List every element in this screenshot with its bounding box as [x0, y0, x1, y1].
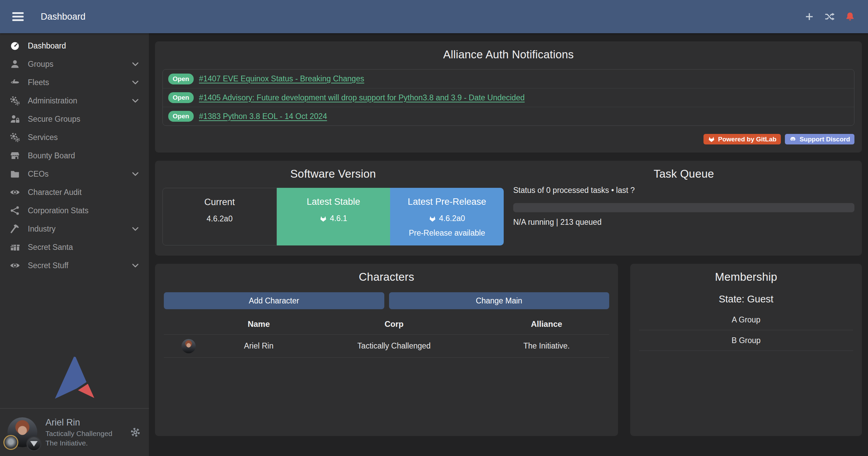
task-queue-title: Task Queue [513, 167, 854, 180]
sidebar-item-label: Character Audit [28, 188, 82, 197]
list-item: Open #1383 Python 3.8 EOL - 14 Oct 2024 [163, 107, 854, 125]
sidebar-item-secret-santa[interactable]: Secret Santa [0, 238, 149, 256]
version-value: 4.6.2a0 [207, 214, 233, 223]
list-item: A Group [639, 310, 853, 330]
sidebar-item-label: Bounty Board [28, 151, 75, 160]
header-corp: Corp [304, 319, 484, 329]
sidebar-item-dashboard[interactable]: Dashboard [0, 37, 149, 55]
user-lock-icon [9, 114, 21, 124]
add-character-button[interactable]: Add Character [164, 292, 384, 309]
bell-icon [845, 12, 855, 22]
sidebar-item-secret-stuff[interactable]: Secret Stuff [0, 256, 149, 275]
user-panel: Ariel Rin Tactically Challenged The Init… [0, 409, 149, 456]
sidebar-item-ceos[interactable]: CEOs [0, 165, 149, 183]
characters-panel: Characters Add Character Change Main Nam… [155, 264, 618, 436]
version-cell-title: Latest Stable [277, 197, 390, 207]
shuffle-icon [825, 12, 835, 22]
user-name: Ariel Rin [45, 417, 112, 429]
character-portrait [181, 339, 196, 353]
discord-badge[interactable]: Support Discord [785, 134, 854, 144]
sidebar-item-character-audit[interactable]: Character Audit [0, 183, 149, 201]
user-avatar [7, 417, 37, 447]
notifications-button[interactable] [845, 12, 855, 22]
membership-groups: A Group B Group [639, 310, 853, 351]
cogs-icon [9, 132, 21, 143]
notifications-panel: Alliance Auth Notifications Open #1407 E… [155, 41, 862, 153]
list-item: Open #1407 EVE Equinox Status - Breaking… [163, 70, 854, 88]
notification-link[interactable]: #1407 EVE Equinox Status - Breaking Chan… [199, 74, 364, 83]
gifts-icon [9, 242, 21, 253]
task-queue-progressbar [513, 203, 854, 212]
sidebar-item-industry[interactable]: Industry [0, 220, 149, 238]
status-badge: Open [168, 92, 194, 103]
sidebar-item-secure-groups[interactable]: Secure Groups [0, 110, 149, 128]
character-corp: Tactically Challenged [304, 341, 484, 351]
software-taskqueue-panel: Software Version Current 4.6.2a0 Latest … [155, 161, 862, 256]
sidebar-item-label: Fleets [28, 78, 49, 87]
hammer-icon [9, 223, 21, 234]
shuttle-icon [9, 77, 21, 88]
random-page-button[interactable] [825, 12, 835, 22]
change-main-button[interactable]: Change Main [389, 292, 610, 309]
chevron-down-icon [131, 97, 139, 105]
sidebar-item-label: Industry [28, 224, 56, 234]
task-queue-status: Status of 0 processed tasks • last ? [513, 186, 854, 195]
gauge-icon [9, 40, 21, 51]
navbar-actions [804, 12, 855, 22]
characters-actions: Add Character Change Main [164, 292, 609, 309]
sidebar-item-fleets[interactable]: Fleets [0, 73, 149, 92]
sidebar: Dashboard Groups Fleets Administration S… [0, 33, 149, 456]
eye-icon [9, 260, 21, 271]
version-cell-current: Current 4.6.2a0 [162, 188, 277, 245]
task-queue-section: Task Queue Status of 0 processed tasks •… [513, 167, 854, 245]
status-badge: Open [168, 111, 194, 122]
plus-icon [804, 12, 814, 22]
user-settings-button[interactable] [130, 427, 141, 438]
sidebar-item-groups[interactable]: Groups [0, 55, 149, 73]
footer-badges: Powered by GitLab Support Discord [162, 134, 854, 144]
sidebar-item-label: Groups [28, 60, 53, 69]
discord-icon [789, 136, 796, 143]
status-badge: Open [168, 74, 194, 84]
character-name: Ariel Rin [213, 341, 304, 351]
gear-icon [130, 427, 141, 438]
user-alliance: The Initiative. [45, 438, 112, 448]
membership-panel: Membership State: Guest A Group B Group [630, 264, 862, 436]
user-corp-logo [3, 435, 18, 450]
header-alliance: Alliance [484, 319, 609, 329]
version-cell-latest-prerelease: Latest Pre-Release 4.6.2a0 Pre-Release a… [390, 188, 504, 245]
software-version-section: Software Version Current 4.6.2a0 Latest … [162, 167, 504, 245]
gitlab-badge-label: Powered by GitLab [718, 136, 776, 143]
notification-link[interactable]: #1383 Python 3.8 EOL - 14 Oct 2024 [199, 112, 327, 121]
sidebar-item-label: Corporation Stats [28, 206, 89, 215]
sidebar-item-corporation-stats[interactable]: Corporation Stats [0, 201, 149, 220]
user-icon [9, 59, 21, 70]
notifications-title: Alliance Auth Notifications [162, 48, 854, 61]
discord-badge-label: Support Discord [799, 136, 850, 143]
user-alliance-logo [26, 436, 41, 451]
sidebar-item-services[interactable]: Services [0, 128, 149, 146]
chevron-down-icon [131, 225, 139, 233]
sidebar-item-administration[interactable]: Administration [0, 92, 149, 110]
version-cell-title: Latest Pre-Release [390, 197, 504, 207]
folder-icon [9, 168, 21, 179]
hamburger-menu-button[interactable] [10, 10, 26, 23]
version-value: 4.6.2a0 [439, 214, 465, 223]
software-version-title: Software Version [162, 167, 504, 180]
add-button[interactable] [804, 12, 814, 22]
sidebar-item-label: Administration [28, 96, 77, 105]
task-queue-counts: N/A running | 213 queued [513, 218, 854, 227]
sidebar-item-bounty-board[interactable]: Bounty Board [0, 146, 149, 165]
characters-title: Characters [164, 271, 609, 283]
version-cell-latest-stable: Latest Stable 4.6.1 [277, 188, 390, 245]
characters-table-header: Name Corp Alliance [164, 319, 609, 335]
version-cell-title: Current [163, 197, 276, 207]
user-corp: Tactically Challenged [45, 429, 112, 438]
chevron-down-icon [131, 261, 139, 270]
notification-link[interactable]: #1405 Advisory: Future development will … [199, 93, 525, 102]
eye-icon [9, 187, 21, 198]
hamburger-icon [10, 10, 26, 23]
gitlab-badge[interactable]: Powered by GitLab [703, 134, 781, 144]
chevron-down-icon [131, 60, 139, 68]
chevron-down-icon [131, 78, 139, 86]
